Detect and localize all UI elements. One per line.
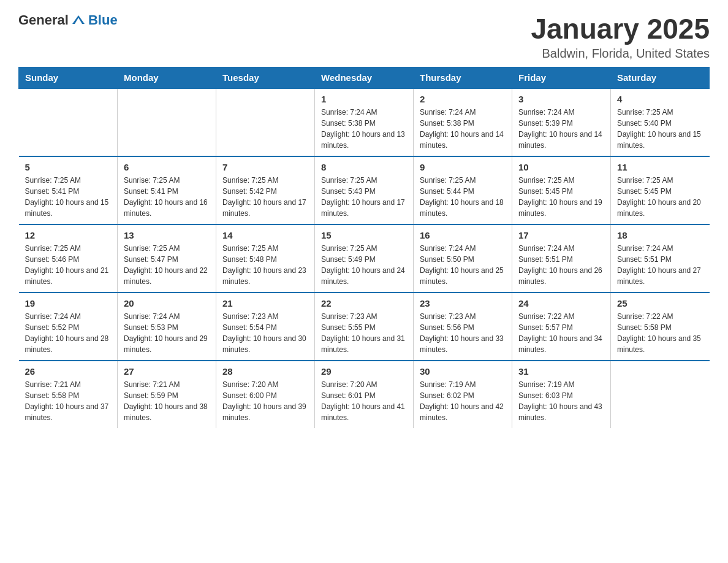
day-info: Sunrise: 7:24 AM Sunset: 5:51 PM Dayligh… (518, 243, 604, 287)
day-number: 9 (420, 162, 506, 172)
day-info: Sunrise: 7:25 AM Sunset: 5:48 PM Dayligh… (222, 243, 308, 287)
calendar-cell (216, 88, 315, 156)
day-number: 28 (222, 366, 308, 377)
logo-icon (71, 13, 86, 28)
calendar-cell: 26Sunrise: 7:21 AM Sunset: 5:58 PM Dayli… (19, 361, 118, 428)
day-number: 16 (420, 230, 506, 240)
header-wednesday: Wednesday (315, 67, 414, 89)
calendar-cell: 21Sunrise: 7:23 AM Sunset: 5:54 PM Dayli… (216, 293, 315, 361)
header-thursday: Thursday (414, 67, 512, 89)
calendar-cell: 31Sunrise: 7:19 AM Sunset: 6:03 PM Dayli… (512, 361, 611, 428)
day-info: Sunrise: 7:22 AM Sunset: 5:57 PM Dayligh… (518, 311, 604, 355)
day-number: 6 (124, 162, 210, 172)
day-number: 19 (25, 298, 112, 308)
day-info: Sunrise: 7:20 AM Sunset: 6:00 PM Dayligh… (222, 379, 308, 423)
calendar-cell: 4Sunrise: 7:25 AM Sunset: 5:40 PM Daylig… (611, 88, 710, 156)
day-number: 26 (25, 366, 112, 377)
day-info: Sunrise: 7:21 AM Sunset: 5:58 PM Dayligh… (25, 379, 112, 423)
day-info: Sunrise: 7:25 AM Sunset: 5:47 PM Dayligh… (124, 243, 210, 287)
day-info: Sunrise: 7:21 AM Sunset: 5:59 PM Dayligh… (124, 379, 210, 423)
day-info: Sunrise: 7:22 AM Sunset: 5:58 PM Dayligh… (617, 311, 703, 355)
day-number: 30 (420, 366, 506, 377)
calendar-cell: 3Sunrise: 7:24 AM Sunset: 5:39 PM Daylig… (512, 88, 611, 156)
header-friday: Friday (512, 67, 611, 89)
calendar-cell: 30Sunrise: 7:19 AM Sunset: 6:02 PM Dayli… (414, 361, 512, 428)
calendar-cell: 22Sunrise: 7:23 AM Sunset: 5:55 PM Dayli… (315, 293, 414, 361)
day-number: 11 (617, 162, 703, 172)
day-info: Sunrise: 7:25 AM Sunset: 5:45 PM Dayligh… (518, 175, 604, 219)
calendar-cell: 29Sunrise: 7:20 AM Sunset: 6:01 PM Dayli… (315, 361, 414, 428)
month-title: January 2025 (531, 12, 710, 45)
day-info: Sunrise: 7:25 AM Sunset: 5:45 PM Dayligh… (617, 175, 703, 219)
calendar-cell: 19Sunrise: 7:24 AM Sunset: 5:52 PM Dayli… (19, 293, 118, 361)
day-info: Sunrise: 7:24 AM Sunset: 5:39 PM Dayligh… (518, 107, 604, 151)
calendar-cell: 7Sunrise: 7:25 AM Sunset: 5:42 PM Daylig… (216, 156, 315, 224)
calendar-week-1: 5Sunrise: 7:25 AM Sunset: 5:41 PM Daylig… (19, 156, 710, 224)
day-info: Sunrise: 7:25 AM Sunset: 5:49 PM Dayligh… (321, 243, 407, 287)
day-number: 4 (617, 94, 703, 104)
header-monday: Monday (118, 67, 216, 89)
day-info: Sunrise: 7:24 AM Sunset: 5:52 PM Dayligh… (25, 311, 112, 355)
day-number: 3 (518, 94, 604, 104)
header-tuesday: Tuesday (216, 67, 315, 89)
calendar-cell (611, 361, 710, 428)
day-number: 14 (222, 230, 308, 240)
day-number: 10 (518, 162, 604, 172)
day-number: 23 (420, 298, 506, 308)
day-number: 15 (321, 230, 407, 240)
logo: General Blue (18, 12, 118, 28)
calendar-cell: 1Sunrise: 7:24 AM Sunset: 5:38 PM Daylig… (315, 88, 414, 156)
logo-general: General (18, 12, 69, 28)
day-number: 22 (321, 298, 407, 308)
calendar-week-4: 26Sunrise: 7:21 AM Sunset: 5:58 PM Dayli… (19, 361, 710, 428)
calendar-week-3: 19Sunrise: 7:24 AM Sunset: 5:52 PM Dayli… (19, 293, 710, 361)
calendar-cell: 12Sunrise: 7:25 AM Sunset: 5:46 PM Dayli… (19, 224, 118, 293)
day-number: 13 (124, 230, 210, 240)
logo-blue: Blue (88, 12, 118, 28)
day-number: 24 (518, 298, 604, 308)
day-info: Sunrise: 7:24 AM Sunset: 5:53 PM Dayligh… (124, 311, 210, 355)
day-info: Sunrise: 7:23 AM Sunset: 5:55 PM Dayligh… (321, 311, 407, 355)
calendar-cell: 28Sunrise: 7:20 AM Sunset: 6:00 PM Dayli… (216, 361, 315, 428)
day-number: 1 (321, 94, 407, 104)
day-info: Sunrise: 7:24 AM Sunset: 5:50 PM Dayligh… (420, 243, 506, 287)
calendar-cell: 14Sunrise: 7:25 AM Sunset: 5:48 PM Dayli… (216, 224, 315, 293)
calendar-cell: 20Sunrise: 7:24 AM Sunset: 5:53 PM Dayli… (118, 293, 216, 361)
calendar-cell: 16Sunrise: 7:24 AM Sunset: 5:50 PM Dayli… (414, 224, 512, 293)
day-info: Sunrise: 7:25 AM Sunset: 5:41 PM Dayligh… (124, 175, 210, 219)
day-number: 18 (617, 230, 703, 240)
day-info: Sunrise: 7:25 AM Sunset: 5:43 PM Dayligh… (321, 175, 407, 219)
day-info: Sunrise: 7:23 AM Sunset: 5:56 PM Dayligh… (420, 311, 506, 355)
day-number: 17 (518, 230, 604, 240)
calendar-cell: 24Sunrise: 7:22 AM Sunset: 5:57 PM Dayli… (512, 293, 611, 361)
day-info: Sunrise: 7:25 AM Sunset: 5:40 PM Dayligh… (617, 107, 703, 151)
day-info: Sunrise: 7:25 AM Sunset: 5:41 PM Dayligh… (25, 175, 112, 219)
day-number: 21 (222, 298, 308, 308)
calendar-cell: 25Sunrise: 7:22 AM Sunset: 5:58 PM Dayli… (611, 293, 710, 361)
day-info: Sunrise: 7:19 AM Sunset: 6:02 PM Dayligh… (420, 379, 506, 423)
header-sunday: Sunday (19, 67, 118, 89)
calendar-cell: 17Sunrise: 7:24 AM Sunset: 5:51 PM Dayli… (512, 224, 611, 293)
calendar-cell: 8Sunrise: 7:25 AM Sunset: 5:43 PM Daylig… (315, 156, 414, 224)
calendar-cell: 15Sunrise: 7:25 AM Sunset: 5:49 PM Dayli… (315, 224, 414, 293)
day-info: Sunrise: 7:25 AM Sunset: 5:44 PM Dayligh… (420, 175, 506, 219)
calendar-cell: 18Sunrise: 7:24 AM Sunset: 5:51 PM Dayli… (611, 224, 710, 293)
day-number: 25 (617, 298, 703, 308)
calendar-table: SundayMondayTuesdayWednesdayThursdayFrid… (18, 67, 710, 428)
location-title: Baldwin, Florida, United States (531, 47, 710, 61)
day-info: Sunrise: 7:24 AM Sunset: 5:51 PM Dayligh… (617, 243, 703, 287)
calendar-cell: 9Sunrise: 7:25 AM Sunset: 5:44 PM Daylig… (414, 156, 512, 224)
calendar-cell (118, 88, 216, 156)
calendar-cell: 23Sunrise: 7:23 AM Sunset: 5:56 PM Dayli… (414, 293, 512, 361)
day-number: 5 (25, 162, 112, 172)
calendar-week-0: 1Sunrise: 7:24 AM Sunset: 5:38 PM Daylig… (19, 88, 710, 156)
calendar-cell: 10Sunrise: 7:25 AM Sunset: 5:45 PM Dayli… (512, 156, 611, 224)
day-number: 31 (518, 366, 604, 377)
calendar-cell: 13Sunrise: 7:25 AM Sunset: 5:47 PM Dayli… (118, 224, 216, 293)
calendar-cell: 6Sunrise: 7:25 AM Sunset: 5:41 PM Daylig… (118, 156, 216, 224)
title-block: January 2025 Baldwin, Florida, United St… (531, 12, 710, 61)
day-info: Sunrise: 7:20 AM Sunset: 6:01 PM Dayligh… (321, 379, 407, 423)
day-number: 29 (321, 366, 407, 377)
day-number: 7 (222, 162, 308, 172)
day-info: Sunrise: 7:23 AM Sunset: 5:54 PM Dayligh… (222, 311, 308, 355)
